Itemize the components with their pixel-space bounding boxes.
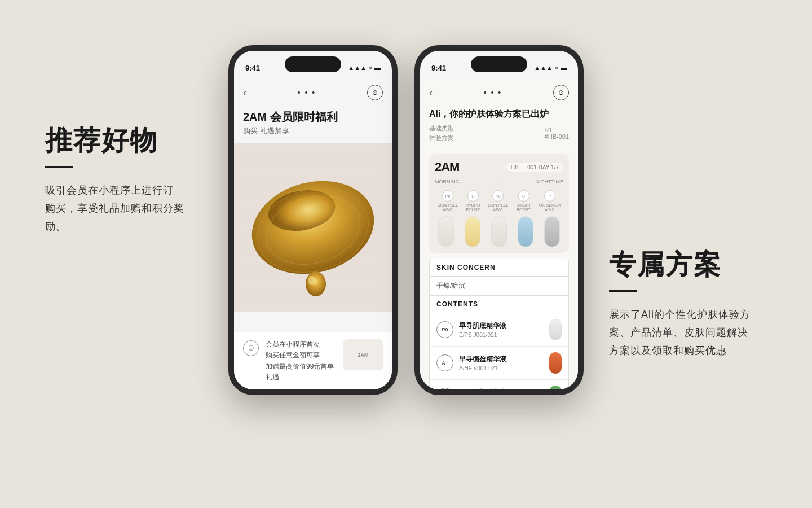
product-name-1: 早寻肌底精华液 — [459, 321, 544, 331]
skin-contents-section: SKIN CONCERN 干燥/暗沉 CONTENTS P0 早寻肌底精华液 E… — [429, 259, 569, 389]
skin-concern-value: 干燥/暗沉 — [430, 277, 568, 296]
right-divider — [609, 290, 637, 292]
product-color-3 — [549, 386, 562, 389]
product-icon-p0-2: P0 — [492, 190, 504, 202]
product-badge-1: P0 — [436, 321, 453, 338]
timeline-line2 — [502, 182, 533, 182]
right-description: 展示了Ali的个性化护肤体验方案、产品清单、皮肤问题解决方案以及领取和购买优惠 — [609, 305, 778, 360]
status-icons-2: ▲▲▲ ⌖ ▬ — [534, 64, 567, 72]
product-info-1: 早寻肌底精华液 E/PS J001-021 — [459, 321, 544, 338]
phone2-greeting: Ali，你的护肤体验方案已出炉 — [429, 108, 569, 120]
battery-icon: ▬ — [374, 64, 381, 71]
product-info-2: 早寻衡盈精华液 A/HF V001-021 — [459, 354, 544, 371]
status-time-1: 9:41 — [245, 64, 260, 72]
plan-timeline: MORNING → NIGHTTIME — [435, 179, 563, 185]
product-icon-c2: C — [518, 190, 529, 202]
left-text-section: 推荐好物 吸引会员在小程序上进行订购买，享受礼品加赠和积分奖励。 — [45, 124, 214, 236]
product-label-4: BRIGHTBOOST — [516, 203, 531, 213]
phone1-product-thumbnail: 2AM — [343, 339, 383, 370]
timeline-line — [462, 182, 493, 182]
phone-1: 9:41 ▲▲▲ ⌖ ▬ ‹ • • • ⊙ 2AM 会员限时福利 购买 礼遇加… — [228, 45, 398, 395]
product-badge-3: A5 — [436, 388, 453, 389]
product-item-1: P0 早寻肌底精华液 E/PS J001-021 — [430, 313, 568, 347]
right-title: 专属方案 — [609, 248, 778, 281]
product-info-3: 早寻焕颜精华液 A/BB V005-021 — [459, 388, 544, 389]
back-button-1[interactable]: ‹ — [243, 87, 246, 99]
phone-2: 9:41 ▲▲▲ ⌖ ▬ ‹ • • • ⊙ Ali，你的护肤体验方案已出炉 基… — [414, 45, 584, 395]
target-icon-1[interactable]: ⊙ — [367, 85, 383, 100]
phone2-content: ‹ • • • ⊙ Ali，你的护肤体验方案已出炉 基础类型 体验方案 R1 #… — [420, 80, 578, 389]
nav-dots-2[interactable]: • • • — [484, 88, 502, 97]
product-code-2: A/HF V001-021 — [459, 365, 544, 371]
product-color-1 — [549, 319, 562, 340]
plan-day-badge: HB — 001 DAY 1/7 — [506, 163, 563, 172]
product-label-2: HYDROBOOST — [466, 203, 480, 213]
product-label-1: SKIN PEELA/MC — [438, 203, 458, 213]
phone2-divider — [429, 148, 569, 148]
phone1-content: ‹ • • • ⊙ 2AM 会员限时福利 购买 礼遇加享 — [234, 80, 392, 389]
left-description: 吸引会员在小程序上进行订购买，享受礼品加赠和积分奖励。 — [45, 181, 214, 236]
phone1-header: 2AM 会员限时福利 购买 礼遇加享 — [234, 105, 392, 143]
plan-product-2: C HYDROBOOST — [466, 190, 480, 213]
plan-card: 2AM HB — 001 DAY 1/7 MORNING → NIGHTTIME… — [429, 154, 569, 253]
signal-icon: ▲▲▲ — [348, 64, 367, 71]
phone2-meta: 基础类型 体验方案 R1 #HB-001 — [429, 124, 569, 142]
svg-point-20 — [308, 276, 316, 285]
signal-icon-2: ▲▲▲ — [534, 64, 553, 71]
phone2-meta-right: R1 #HB-001 — [545, 126, 569, 140]
phone1-navbar: ‹ • • • ⊙ — [234, 80, 392, 105]
plan-card-header: 2AM HB — 001 DAY 1/7 — [435, 160, 563, 174]
contents-header: CONTENTS — [430, 296, 568, 313]
plan-product-3: P0 SKIN PEELA/MC — [488, 190, 508, 213]
plan-product-4: C BRIGHTBOOST — [516, 190, 531, 213]
battery-icon-2: ▬ — [561, 64, 567, 71]
capsule-3 — [491, 216, 507, 247]
product-name-3: 早寻焕颜精华液 — [459, 388, 544, 389]
product-code-1: E/PS J001-021 — [459, 332, 544, 338]
plan-product-1: P0 SKIN PEELA/MC — [438, 190, 458, 213]
back-button-2[interactable]: ‹ — [429, 87, 433, 99]
status-icons-1: ▲▲▲ ⌖ ▬ — [348, 64, 381, 72]
product-item-2: A⁺ 早寻衡盈精华液 A/HF V001-021 — [430, 347, 568, 380]
product-icon-p: P — [544, 190, 555, 202]
product-label-3: SKIN PEELA/MC — [488, 203, 508, 213]
phone1-page-subtitle: 购买 礼遇加享 — [243, 126, 383, 136]
phone2-meta-left: 基础类型 体验方案 — [429, 124, 454, 142]
svg-point-19 — [306, 271, 326, 296]
capsule-4 — [518, 216, 533, 247]
product-icon-p0-1: P0 — [442, 190, 453, 202]
plan-logo: 2AM — [435, 160, 459, 174]
timeline-morning: MORNING — [435, 179, 460, 185]
product-icon-c: C — [467, 190, 479, 202]
phone1-page-title: 2AM 会员限时福利 — [243, 110, 383, 125]
capsule-1 — [438, 216, 454, 247]
product-name-2: 早寻衡盈精华液 — [459, 354, 544, 364]
capsules-row — [435, 216, 563, 247]
product-icons-row: P0 SKIN PEELA/MC C HYDROBOOST P0 SKIN PE… — [435, 190, 563, 213]
phone2-header: Ali，你的护肤体验方案已出炉 基础类型 体验方案 R1 #HB-001 — [420, 105, 578, 148]
left-title: 推荐好物 — [45, 124, 214, 157]
capsule-2 — [465, 216, 480, 247]
wifi-icon-2: ⌖ — [555, 64, 558, 72]
plan-product-5: P OIL SERUMA/MC — [539, 190, 561, 213]
phone1-promo-text: 会员在小程序首次 购买任意金额可享 加赠最高价值99元首单礼遇 — [266, 339, 337, 383]
timeline-nighttime: NIGHTTIME — [536, 179, 564, 185]
right-text-section: 专属方案 展示了Ali的个性化护肤体验方案、产品清单、皮肤问题解决方案以及领取和… — [609, 248, 778, 360]
wifi-icon: ⌖ — [369, 64, 372, 72]
step-number: ① — [243, 340, 259, 356]
phones-container: 9:41 ▲▲▲ ⌖ ▬ ‹ • • • ⊙ 2AM 会员限时福利 购买 礼遇加… — [228, 45, 584, 395]
nav-dots-1[interactable]: • • • — [298, 88, 316, 97]
product-item-3: A5 早寻焕颜精华液 A/BB V005-021 — [430, 380, 568, 389]
dynamic-island-2 — [471, 56, 527, 72]
status-time-2: 9:41 — [431, 64, 446, 72]
product-label-5: OIL SERUMA/MC — [539, 203, 561, 213]
product-color-2 — [549, 352, 562, 374]
skin-concern-header: SKIN CONCERN — [430, 259, 568, 277]
target-icon-2[interactable]: ⊙ — [553, 85, 569, 100]
capsule-5 — [544, 216, 560, 247]
phone1-bottom-card: ① 会员在小程序首次 购买任意金额可享 加赠最高价值99元首单礼遇 2AM — [234, 332, 392, 389]
phone1-hero-image — [234, 143, 392, 312]
phone2-navbar: ‹ • • • ⊙ — [420, 80, 578, 105]
product-badge-2: A⁺ — [436, 354, 453, 371]
dynamic-island-1 — [285, 56, 341, 72]
